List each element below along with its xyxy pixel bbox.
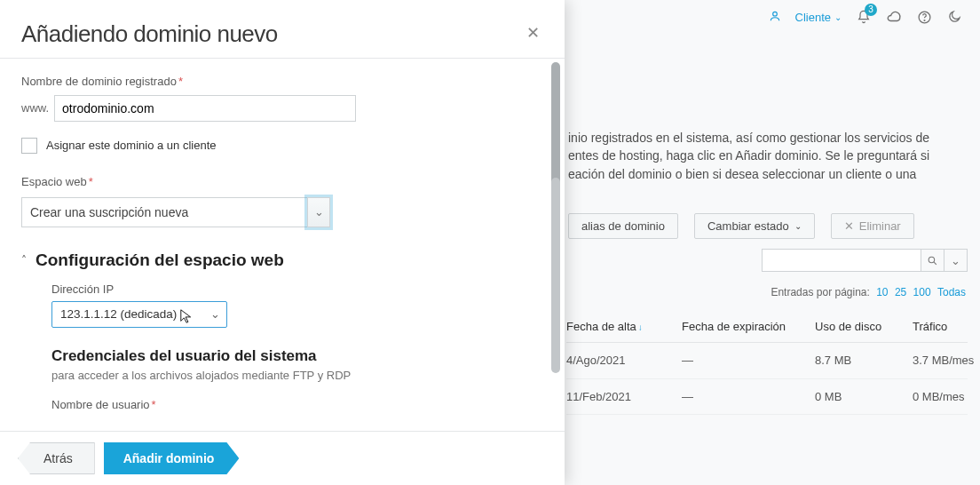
modal-body: Nombre de dominio registrado* www. Asign… xyxy=(0,59,565,431)
domain-table: Fecha de alta↓ Fecha de expiración Uso d… xyxy=(566,311,968,415)
notifications-icon[interactable]: 3 xyxy=(856,9,872,25)
section-title: Configuración del espacio web xyxy=(36,250,284,270)
notification-badge: 3 xyxy=(865,4,877,16)
client-menu[interactable]: Cliente ⌄ xyxy=(795,11,842,24)
help-icon[interactable] xyxy=(916,9,932,25)
add-domain-modal: Añadiendo dominio nuevo ✕ Nombre de domi… xyxy=(0,0,565,485)
pager-all[interactable]: Todas xyxy=(937,286,966,298)
client-label: Cliente xyxy=(795,11,831,24)
domain-name-input[interactable] xyxy=(54,95,356,122)
modal-header: Añadiendo dominio nuevo ✕ xyxy=(0,0,565,59)
add-alias-button[interactable]: alias de dominio xyxy=(568,213,678,239)
webspace-config-section-toggle[interactable]: ˄ Configuración del espacio web xyxy=(21,250,543,270)
username-label: Nombre de usuario* xyxy=(51,398,543,411)
modal-footer: Atrás Añadir dominio xyxy=(0,431,565,485)
table-row[interactable]: 11/Feb/2021 — 0 MB 0 MB/mes xyxy=(566,379,968,415)
search-button[interactable] xyxy=(921,249,944,272)
entries-per-page: Entradas por página: 10 25 100 Todas xyxy=(771,286,966,298)
pager-10[interactable]: 10 xyxy=(876,286,888,298)
pager-25[interactable]: 25 xyxy=(895,286,906,298)
svg-point-0 xyxy=(772,12,777,16)
chevron-up-icon: ˄ xyxy=(21,254,27,266)
checkbox-icon xyxy=(21,138,37,154)
table-row[interactable]: 4/Ago/2021 — 8.7 MB 3.7 MB/mes ✈ xyxy=(566,343,968,379)
chevron-down-icon: ⌄ xyxy=(307,197,330,227)
back-button[interactable]: Atrás xyxy=(18,442,95,474)
x-icon: ✕ xyxy=(844,219,854,233)
chevron-down-icon: ⌄ xyxy=(203,307,226,321)
chevron-down-icon: ⌄ xyxy=(794,221,802,231)
user-icon xyxy=(769,10,781,25)
search-input[interactable] xyxy=(762,249,921,272)
assign-client-checkbox[interactable]: Asignar este dominio a un cliente xyxy=(21,138,543,154)
svg-point-2 xyxy=(924,20,925,20)
www-prefix: www. xyxy=(21,101,49,115)
credentials-heading: Credenciales del usuario del sistema xyxy=(51,347,543,365)
ip-address-select[interactable]: 123.1.1.12 (dedicada) ⌄ xyxy=(51,301,227,328)
col-disk[interactable]: Uso de disco xyxy=(815,320,904,333)
moon-icon[interactable] xyxy=(946,9,962,25)
domain-name-label: Nombre de dominio registrado* xyxy=(21,75,543,88)
chevron-down-icon: ⌄ xyxy=(834,12,842,22)
modal-scrollbar[interactable] xyxy=(549,62,561,427)
add-domain-button[interactable]: Añadir dominio xyxy=(104,442,240,474)
bg-description: inio registrados en el sistema, así como… xyxy=(568,129,953,183)
bg-action-row: alias de dominio Cambiar estado ⌄ ✕ Elim… xyxy=(568,213,914,239)
sort-down-icon: ↓ xyxy=(638,322,643,332)
search-options-button[interactable]: ⌄ xyxy=(944,249,968,272)
scroll-thumb[interactable] xyxy=(551,178,560,373)
ip-label: Dirección IP xyxy=(51,282,543,296)
topbar: Cliente ⌄ 3 xyxy=(769,9,962,25)
webspace-label: Espacio web* xyxy=(21,175,543,188)
delete-button[interactable]: ✕ Eliminar xyxy=(831,213,914,239)
cursor-icon xyxy=(179,308,195,324)
change-state-button[interactable]: Cambiar estado ⌄ xyxy=(694,213,815,239)
modal-title: Añadiendo dominio nuevo xyxy=(21,21,278,47)
svg-point-3 xyxy=(929,257,935,263)
col-alta[interactable]: Fecha de alta↓ xyxy=(566,320,673,333)
webspace-select[interactable]: Crear una suscripción nueva ⌄ xyxy=(21,197,330,227)
cloud-icon[interactable] xyxy=(886,9,902,25)
col-exp[interactable]: Fecha de expiración xyxy=(682,320,806,333)
credentials-subtext: para acceder a los archivos alojados med… xyxy=(51,369,543,382)
col-traf[interactable]: Tráfico xyxy=(913,320,975,333)
close-icon[interactable]: ✕ xyxy=(523,21,543,44)
pager-100[interactable]: 100 xyxy=(913,286,931,298)
bg-search-row: ⌄ xyxy=(762,249,968,272)
table-header: Fecha de alta↓ Fecha de expiración Uso d… xyxy=(566,311,968,343)
